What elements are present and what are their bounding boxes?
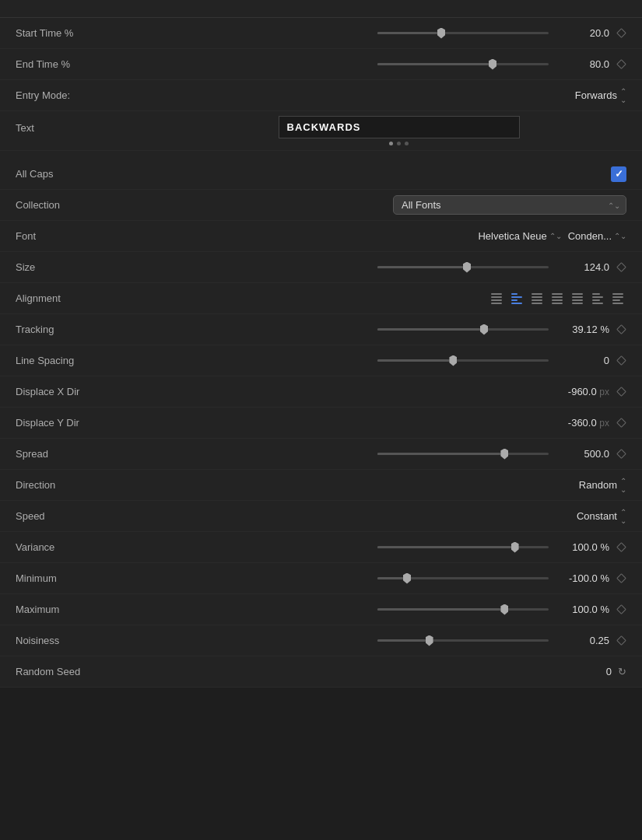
- align-button-2[interactable]: [530, 292, 546, 306]
- param-value-line-spacing[interactable]: 0: [555, 355, 609, 366]
- param-label-line-spacing: Line Spacing: [16, 355, 171, 366]
- text-dot-0[interactable]: [389, 142, 393, 145]
- slider-thumb[interactable]: [480, 324, 488, 335]
- param-content-end-time: 80.0: [171, 58, 626, 70]
- param-content-spread: 500.0: [171, 448, 626, 460]
- diamond-keyframe-button[interactable]: [616, 449, 626, 460]
- font-selects: Helvetica Neue ⌃⌄Conden... ⌃⌄: [478, 230, 626, 242]
- collection-dropdown[interactable]: All Fonts: [393, 195, 626, 215]
- slider-track[interactable]: [377, 608, 549, 611]
- slider-thumb[interactable]: [511, 542, 519, 553]
- slider-fill: [377, 266, 463, 268]
- param-row-start-time: Start Time %20.0: [0, 18, 642, 49]
- param-content-minimum: -100.0 %: [171, 572, 626, 584]
- diamond-keyframe-button[interactable]: [616, 387, 626, 397]
- slider-thumb[interactable]: [500, 604, 508, 615]
- slider-thumb[interactable]: [403, 573, 411, 584]
- slider-track[interactable]: [377, 266, 549, 268]
- diamond-keyframe-button[interactable]: [616, 28, 626, 39]
- text-input-area: BACKWARDS: [171, 116, 626, 145]
- param-content-start-time: 20.0: [171, 27, 626, 39]
- param-content-line-spacing: 0: [171, 355, 626, 366]
- diamond-keyframe-button[interactable]: [616, 262, 626, 273]
- slider-fill: [377, 608, 500, 611]
- param-content-displace-y: -360.0 px: [171, 417, 626, 429]
- param-value-noisiness[interactable]: 0.25: [555, 635, 609, 646]
- param-value-minimum[interactable]: -100.0 %: [555, 572, 609, 584]
- slider-track[interactable]: [377, 546, 549, 548]
- param-label-alignment: Alignment: [16, 292, 171, 304]
- align-button-1[interactable]: [510, 292, 525, 306]
- diamond-keyframe-button[interactable]: [616, 542, 626, 553]
- param-dropdown-direction[interactable]: Random ⌃⌄: [579, 477, 626, 494]
- param-value-size[interactable]: 124.0: [555, 261, 609, 273]
- panel-title: [0, 0, 642, 18]
- diamond-keyframe-button[interactable]: [616, 59, 626, 70]
- align-icon-0: [491, 293, 503, 304]
- slider-thumb[interactable]: [463, 262, 471, 273]
- param-label-collection: Collection: [16, 199, 171, 211]
- align-button-4[interactable]: [570, 292, 586, 306]
- param-label-all-caps: All Caps: [16, 168, 171, 180]
- diamond-keyframe-button[interactable]: [616, 355, 626, 366]
- param-value-spread[interactable]: 500.0: [555, 448, 609, 460]
- align-button-3[interactable]: [550, 292, 566, 306]
- diamond-keyframe-button[interactable]: [616, 573, 626, 584]
- param-row-displace-y: Displace Y Dir-360.0 px: [0, 408, 642, 439]
- param-value-variance[interactable]: 100.0 %: [555, 541, 609, 553]
- param-row-tracking: Tracking39.12 %: [0, 314, 642, 345]
- param-content-variance: 100.0 %: [171, 541, 626, 553]
- param-row-alignment: Alignment: [0, 283, 642, 314]
- param-value-displace-x[interactable]: -960.0 px: [555, 386, 609, 397]
- align-button-0[interactable]: [489, 292, 505, 306]
- align-button-6[interactable]: [611, 292, 626, 306]
- align-icon-1: [511, 293, 524, 304]
- refresh-icon[interactable]: ↻: [618, 666, 626, 677]
- font-style-select[interactable]: Conden... ⌃⌄: [568, 230, 626, 242]
- param-value-maximum[interactable]: 100.0 %: [555, 604, 609, 615]
- slider-track[interactable]: [377, 577, 549, 579]
- text-pagination-dots: [389, 142, 409, 145]
- param-value-displace-y[interactable]: -360.0 px: [555, 417, 609, 429]
- param-dropdown-speed[interactable]: Constant ⌃⌄: [577, 508, 626, 525]
- align-button-5[interactable]: [591, 292, 606, 306]
- param-row-minimum: Minimum-100.0 %: [0, 563, 642, 594]
- slider-track[interactable]: [377, 328, 549, 331]
- text-input-field[interactable]: BACKWARDS: [279, 116, 520, 138]
- diamond-keyframe-button[interactable]: [616, 604, 626, 615]
- param-label-direction: Direction: [16, 479, 171, 491]
- param-label-entry-mode: Entry Mode:: [16, 89, 171, 101]
- slider-thumb[interactable]: [489, 59, 496, 70]
- slider-thumb[interactable]: [500, 449, 508, 460]
- param-value-start-time[interactable]: 20.0: [555, 27, 609, 39]
- diamond-keyframe-button[interactable]: [616, 324, 626, 335]
- checkbox-all-caps[interactable]: ✓: [611, 166, 626, 182]
- param-label-displace-y: Displace Y Dir: [16, 417, 171, 429]
- slider-track[interactable]: [377, 359, 549, 362]
- slider-thumb[interactable]: [426, 635, 433, 646]
- param-value-random-seed[interactable]: 0: [557, 666, 612, 677]
- font-family-select[interactable]: Helvetica Neue ⌃⌄: [478, 230, 561, 242]
- param-content-size: 124.0: [171, 261, 626, 273]
- param-label-maximum: Maximum: [16, 604, 171, 615]
- param-value-end-time[interactable]: 80.0: [555, 58, 609, 70]
- slider-track[interactable]: [377, 63, 549, 65]
- param-content-entry-mode: Forwards ⌃⌄: [171, 87, 626, 104]
- slider-thumb[interactable]: [449, 355, 457, 366]
- param-dropdown-entry-mode[interactable]: Forwards ⌃⌄: [575, 87, 626, 104]
- param-label-size: Size: [16, 261, 171, 273]
- param-row-spread: Spread500.0: [0, 439, 642, 470]
- diamond-keyframe-button[interactable]: [616, 418, 626, 429]
- slider-track[interactable]: [377, 32, 549, 34]
- param-content-noisiness: 0.25: [171, 635, 626, 646]
- param-row-line-spacing: Line Spacing0: [0, 345, 642, 376]
- param-content-font: Helvetica Neue ⌃⌄Conden... ⌃⌄: [171, 230, 626, 242]
- text-dot-2[interactable]: [405, 142, 409, 145]
- param-value-tracking[interactable]: 39.12 %: [555, 324, 609, 335]
- diamond-keyframe-button[interactable]: [616, 635, 626, 646]
- slider-track[interactable]: [377, 639, 549, 642]
- text-dot-1[interactable]: [397, 142, 401, 145]
- slider-track[interactable]: [377, 453, 549, 455]
- param-row-maximum: Maximum100.0 %: [0, 594, 642, 625]
- slider-thumb[interactable]: [437, 28, 445, 39]
